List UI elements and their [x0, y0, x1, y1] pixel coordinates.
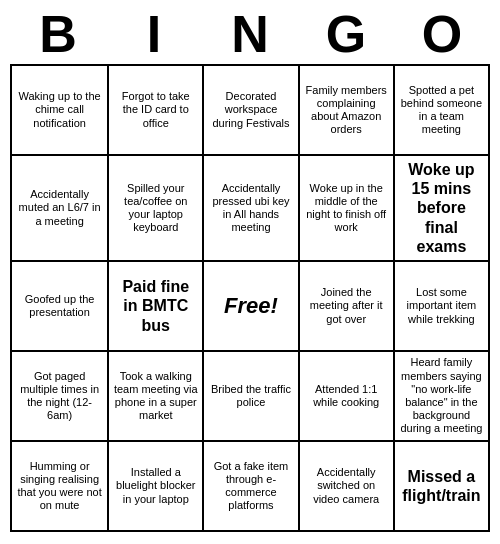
letter-b: B — [14, 8, 102, 60]
bingo-row-0: Waking up to the chime call notification… — [12, 66, 488, 154]
letter-n: N — [206, 8, 294, 60]
bingo-cell-1-1[interactable]: Spilled your tea/coffee on your laptop k… — [107, 156, 202, 260]
bingo-cell-0-4[interactable]: Spotted a pet behind someone in a team m… — [393, 66, 488, 154]
bingo-cell-1-0[interactable]: Accidentally muted an L6/7 in a meeting — [12, 156, 107, 260]
bingo-cell-2-1[interactable]: Paid fine in BMTC bus — [107, 262, 202, 350]
bingo-cell-0-0[interactable]: Waking up to the chime call notification — [12, 66, 107, 154]
bingo-cell-2-3[interactable]: Joined the meeting after it got over — [298, 262, 393, 350]
bingo-cell-2-4[interactable]: Lost some important item while trekking — [393, 262, 488, 350]
bingo-cell-0-1[interactable]: Forgot to take the ID card to office — [107, 66, 202, 154]
bingo-cell-3-0[interactable]: Got paged multiple times in the night (1… — [12, 352, 107, 440]
bingo-cell-2-0[interactable]: Goofed up the presentation — [12, 262, 107, 350]
bingo-cell-0-2[interactable]: Decorated workspace during Festivals — [202, 66, 297, 154]
bingo-cell-0-3[interactable]: Family members complaining about Amazon … — [298, 66, 393, 154]
letter-i: I — [110, 8, 198, 60]
bingo-cell-4-1[interactable]: Installed a bluelight blocker in your la… — [107, 442, 202, 530]
bingo-row-1: Accidentally muted an L6/7 in a meetingS… — [12, 154, 488, 260]
bingo-grid: Waking up to the chime call notification… — [10, 64, 490, 532]
letter-o: O — [398, 8, 486, 60]
bingo-row-4: Humming or singing realising that you we… — [12, 440, 488, 530]
bingo-row-2: Goofed up the presentationPaid fine in B… — [12, 260, 488, 350]
bingo-cell-3-4[interactable]: Heard family members saying "no work-lif… — [393, 352, 488, 440]
bingo-cell-4-0[interactable]: Humming or singing realising that you we… — [12, 442, 107, 530]
bingo-cell-1-4[interactable]: Woke up 15 mins before final exams — [393, 156, 488, 260]
bingo-cell-3-3[interactable]: Attended 1:1 while cooking — [298, 352, 393, 440]
bingo-cell-3-2[interactable]: Bribed the traffic police — [202, 352, 297, 440]
bingo-cell-4-3[interactable]: Accidentally switched on video camera — [298, 442, 393, 530]
bingo-cell-4-4[interactable]: Missed a flight/train — [393, 442, 488, 530]
bingo-cell-2-2[interactable]: Free! — [202, 262, 297, 350]
bingo-cell-1-3[interactable]: Woke up in the middle of the night to fi… — [298, 156, 393, 260]
bingo-row-3: Got paged multiple times in the night (1… — [12, 350, 488, 440]
bingo-cell-3-1[interactable]: Took a walking team meeting via phone in… — [107, 352, 202, 440]
bingo-title: B I N G O — [10, 0, 490, 64]
bingo-cell-4-2[interactable]: Got a fake item through e-commerce platf… — [202, 442, 297, 530]
letter-g: G — [302, 8, 390, 60]
bingo-cell-1-2[interactable]: Accidentally pressed ubi key in All hand… — [202, 156, 297, 260]
